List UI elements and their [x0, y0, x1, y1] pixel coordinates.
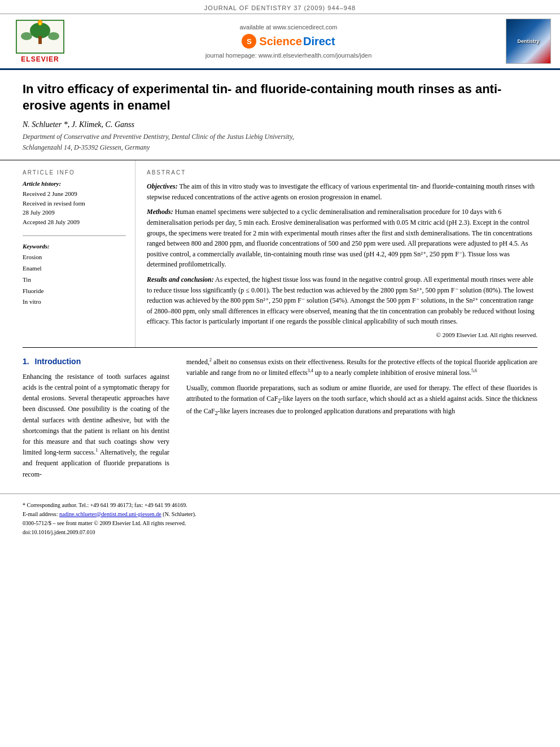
direct-text: Direct — [303, 35, 335, 48]
article-title: In vitro efficacy of experimental tin- a… — [23, 81, 537, 113]
keyword-invitro: In vitro — [23, 296, 126, 308]
objectives-text: The aim of this in vitro study was to in… — [147, 182, 535, 201]
issn-line: 0300-5712/$ – see front matter © 2009 El… — [23, 519, 537, 528]
svg-point-4 — [21, 32, 32, 40]
main-divider — [23, 347, 537, 348]
elsevier-logo-art — [15, 19, 65, 54]
ref2: 2 — [209, 357, 212, 362]
ref5-6: 5,6 — [471, 368, 477, 373]
journal-header: JOURNAL OF DENTISTRY 37 (2009) 944–948 — [0, 0, 560, 14]
journal-url: journal homepage: www.intl.elsevierhealt… — [71, 52, 506, 59]
sd-icon: S — [242, 34, 256, 49]
abstract-results: Results and conclusion: As expected, the… — [147, 274, 537, 327]
methods-text: Human enamel specimens were subjected to… — [147, 208, 532, 268]
dentistry-cover: Dentistry — [506, 19, 551, 64]
received-date: Received 2 June 2009 — [23, 189, 126, 199]
svg-point-5 — [48, 32, 59, 40]
article-info-label: ARTICLE INFO — [23, 169, 126, 176]
publisher-banner: ELSEVIER available at www.sciencedirect.… — [0, 14, 560, 70]
abstract-objectives: Objectives: The aim of this in vitro stu… — [147, 181, 537, 202]
keyword-fluoride: Fluoride — [23, 286, 126, 297]
available-text: available at www.sciencedirect.com — [71, 24, 506, 30]
left-column: 1. Introduction Enhancing the resistance… — [23, 357, 181, 484]
keyword-tin: Tin — [23, 274, 126, 286]
keywords-title: Keywords: — [23, 243, 126, 250]
section-num: 1. — [23, 357, 29, 366]
ref3-4: 3,4 — [308, 368, 313, 373]
history-title: Article history: — [23, 180, 126, 187]
intro-paragraph1-left: Enhancing the resistance of tooth surfac… — [23, 372, 169, 480]
objectives-label: Objectives: — [147, 182, 178, 190]
article-body: ARTICLE INFO Article history: Received 2… — [0, 160, 560, 347]
affiliation-line1: Department of Conservative and Preventiv… — [23, 133, 537, 141]
keywords-group: Keywords: Erosion Enamel Tin Fluoride In… — [23, 243, 126, 308]
dentistry-label: Dentistry — [517, 38, 539, 44]
intro-paragraph1-right: mended,2 albeit no consensus exists on t… — [186, 357, 537, 378]
authors-line: N. Schlueter *, J. Klimek, C. Ganss — [23, 120, 537, 129]
footer-notes: * Corresponding author. Tel.: +49 641 99… — [0, 493, 560, 541]
email-line: E-mail address: nadine.schlueter@dentist… — [23, 510, 537, 519]
email-suffix: (N. Schlueter). — [161, 511, 196, 517]
keywords-list: Erosion Enamel Tin Fluoride In vitro — [23, 252, 126, 308]
revised-label: Received in revised form — [23, 199, 126, 208]
sciencedirect-logo: S Science Direct — [242, 34, 335, 49]
accepted-date: Accepted 28 July 2009 — [23, 217, 126, 227]
corresponding-note: * Corresponding author. Tel.: +49 641 99… — [23, 501, 537, 510]
abstract-methods: Methods: Human enamel specimens were sub… — [147, 207, 537, 270]
abstract-area: ABSTRACT Objectives: The aim of this in … — [135, 160, 537, 347]
revised-date: 28 July 2009 — [23, 208, 126, 217]
journal-header-text: JOURNAL OF DENTISTRY 37 (2009) 944–948 — [204, 5, 356, 11]
methods-label: Methods: — [147, 208, 173, 216]
intro-paragraph2: Usually, common fluoride preparations, s… — [186, 383, 537, 418]
authors-names: N. Schlueter *, J. Klimek, C. Ganss — [23, 120, 134, 129]
affiliation-line2: Schlangenzahl 14, D-35392 Giessen, Germa… — [23, 143, 537, 152]
info-divider — [23, 235, 126, 236]
email-label: E-mail address: — [23, 511, 59, 517]
results-label: Results and conclusion: — [147, 276, 214, 283]
section-title: Introduction — [35, 357, 81, 366]
svg-point-7 — [39, 22, 41, 25]
elsevier-logo: ELSEVIER — [9, 19, 71, 63]
article-info: ARTICLE INFO Article history: Received 2… — [23, 160, 135, 347]
abstract-label: ABSTRACT — [147, 169, 537, 176]
banner-center: available at www.sciencedirect.com S Sci… — [71, 24, 506, 59]
article-history: Article history: Received 2 June 2009 Re… — [23, 180, 126, 226]
main-content: 1. Introduction Enhancing the resistance… — [0, 357, 560, 484]
introduction-heading: 1. Introduction — [23, 357, 169, 366]
copyright-line: © 2009 Elsevier Ltd. All rights reserved… — [147, 331, 537, 338]
doi-line: doi:10.1016/j.jdent.2009.07.010 — [23, 528, 537, 537]
keyword-erosion: Erosion — [23, 252, 126, 263]
ref1: 1 — [95, 448, 98, 453]
email-link[interactable]: nadine.schlueter@dentist.med.uni-giessen… — [59, 511, 161, 517]
svg-rect-3 — [38, 36, 42, 44]
article-title-area: In vitro efficacy of experimental tin- a… — [0, 70, 560, 160]
right-column: mended,2 albeit no consensus exists on t… — [181, 357, 537, 484]
keyword-enamel: Enamel — [23, 263, 126, 274]
science-text: Science — [259, 35, 302, 48]
elsevier-text: ELSEVIER — [21, 55, 59, 63]
